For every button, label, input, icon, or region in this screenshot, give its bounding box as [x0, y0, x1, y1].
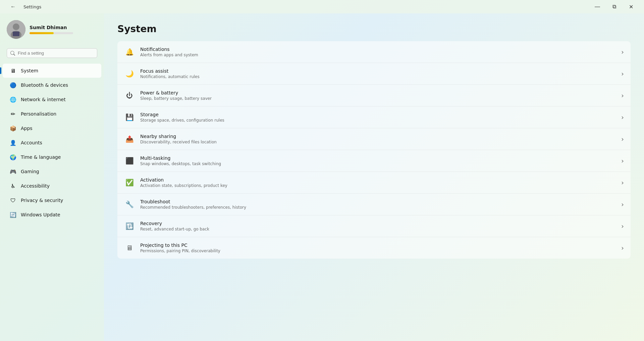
sidebar-item-time[interactable]: 🌍Time & language: [3, 150, 101, 164]
notifications-chevron: ›: [621, 48, 624, 56]
system-icon: 🖥: [9, 67, 17, 74]
sidebar-label-personalisation: Personalisation: [21, 111, 56, 117]
close-button[interactable]: ✕: [623, 1, 639, 12]
titlebar-title: Settings: [23, 4, 41, 9]
storage-icon: 💾: [124, 112, 135, 123]
multitasking-icon: ⬛: [124, 155, 135, 166]
gaming-icon: 🎮: [9, 168, 17, 175]
sidebar-item-update[interactable]: 🔄Windows Update: [3, 208, 101, 222]
sidebar-label-accessibility: Accessibility: [21, 183, 50, 189]
notifications-text: NotificationsAlerts from apps and system: [140, 47, 616, 57]
page-title: System: [117, 23, 631, 35]
sidebar-label-accounts: Accounts: [21, 140, 42, 145]
multitasking-text: Multi-taskingSnap windows, desktops, tas…: [140, 155, 616, 166]
setting-nearby-sharing[interactable]: 📤Nearby sharingDiscoverability, received…: [117, 128, 631, 150]
setting-power-battery[interactable]: ⏻Power & batterySleep, battery usage, ba…: [117, 85, 631, 107]
notifications-desc: Alerts from apps and system: [140, 53, 616, 57]
nearby-sharing-icon: 📤: [124, 134, 135, 144]
sidebar-item-bluetooth[interactable]: 🔵Bluetooth & devices: [3, 78, 101, 92]
sidebar-item-system[interactable]: 🖥System: [3, 64, 101, 78]
focus-assist-desc: Notifications, automatic rules: [140, 74, 616, 79]
setting-multitasking[interactable]: ⬛Multi-taskingSnap windows, desktops, ta…: [117, 150, 631, 172]
multitasking-chevron: ›: [621, 157, 624, 165]
setting-focus-assist[interactable]: 🌙Focus assistNotifications, automatic ru…: [117, 63, 631, 85]
avatar: [7, 20, 25, 39]
projecting-text: Projecting to this PCPermissions, pairin…: [140, 243, 616, 253]
svg-point-1: [13, 23, 19, 30]
sidebar-label-gaming: Gaming: [21, 169, 39, 174]
multitasking-title: Multi-tasking: [140, 155, 616, 161]
nearby-sharing-chevron: ›: [621, 135, 624, 143]
projecting-chevron: ›: [621, 244, 624, 252]
setting-recovery[interactable]: 🔃RecoveryReset, advanced start-up, go ba…: [117, 215, 631, 237]
accessibility-icon: ♿: [9, 182, 17, 190]
sidebar-label-bluetooth: Bluetooth & devices: [21, 82, 68, 88]
sidebar-item-gaming[interactable]: 🎮Gaming: [3, 164, 101, 179]
search-icon: [10, 51, 15, 56]
activation-chevron: ›: [621, 179, 624, 187]
sidebar: Sumit Dhiman 🖥System🔵Bluetooth & devices…: [0, 13, 104, 341]
setting-activation[interactable]: ✅ActivationActivation state, subscriptio…: [117, 172, 631, 194]
storage-text: StorageStorage space, drives, configurat…: [140, 112, 616, 123]
focus-assist-text: Focus assistNotifications, automatic rul…: [140, 68, 616, 79]
sidebar-label-privacy: Privacy & security: [21, 198, 63, 203]
troubleshoot-icon: 🔧: [124, 199, 135, 210]
activation-icon: ✅: [124, 177, 135, 188]
accounts-icon: 👤: [9, 139, 17, 146]
focus-assist-icon: 🌙: [124, 68, 135, 79]
power-battery-desc: Sleep, battery usage, battery saver: [140, 96, 616, 101]
focus-assist-chevron: ›: [621, 70, 624, 78]
power-battery-text: Power & batterySleep, battery usage, bat…: [140, 90, 616, 101]
back-button[interactable]: ←: [5, 1, 21, 12]
search-container: [0, 46, 104, 63]
troubleshoot-text: TroubleshootRecommended troubleshooters,…: [140, 199, 616, 210]
nearby-sharing-title: Nearby sharing: [140, 134, 616, 139]
sidebar-item-accounts[interactable]: 👤Accounts: [3, 136, 101, 150]
user-name: Sumit Dhiman: [30, 25, 97, 30]
nearby-sharing-text: Nearby sharingDiscoverability, received …: [140, 134, 616, 144]
setting-troubleshoot[interactable]: 🔧TroubleshootRecommended troubleshooters…: [117, 194, 631, 215]
sidebar-item-apps[interactable]: 📦Apps: [3, 121, 101, 135]
bluetooth-icon: 🔵: [9, 81, 17, 89]
projecting-desc: Permissions, pairing PIN, discoverabilit…: [140, 249, 616, 253]
recovery-desc: Reset, advanced start-up, go back: [140, 227, 616, 231]
update-icon: 🔄: [9, 211, 17, 218]
sidebar-item-personalisation[interactable]: ✏️Personalisation: [3, 107, 101, 121]
storage-title: Storage: [140, 112, 616, 117]
settings-list: 🔔NotificationsAlerts from apps and syste…: [117, 41, 631, 259]
titlebar: ← Settings — ⧉ ✕: [0, 0, 644, 13]
minimize-button[interactable]: —: [590, 1, 605, 12]
search-input[interactable]: [18, 51, 94, 56]
user-info: Sumit Dhiman: [30, 25, 97, 34]
main-content: System 🔔NotificationsAlerts from apps an…: [104, 13, 644, 341]
sidebar-nav: 🖥System🔵Bluetooth & devices🌐Network & in…: [0, 63, 104, 222]
restore-button[interactable]: ⧉: [606, 1, 622, 12]
multitasking-desc: Snap windows, desktops, task switching: [140, 161, 616, 166]
sidebar-label-network: Network & internet: [21, 97, 66, 102]
network-icon: 🌐: [9, 96, 17, 103]
user-progress-fill: [30, 32, 54, 34]
setting-projecting[interactable]: 🖥Projecting to this PCPermissions, pairi…: [117, 237, 631, 259]
sidebar-label-system: System: [21, 68, 38, 73]
window-controls: — ⧉ ✕: [590, 1, 639, 12]
sidebar-label-time: Time & language: [21, 154, 61, 160]
recovery-icon: 🔃: [124, 221, 135, 231]
apps-icon: 📦: [9, 125, 17, 132]
sidebar-item-privacy[interactable]: 🛡Privacy & security: [3, 193, 101, 207]
sidebar-item-accessibility[interactable]: ♿Accessibility: [3, 179, 101, 193]
sidebar-label-update: Windows Update: [21, 212, 60, 217]
app-container: Sumit Dhiman 🖥System🔵Bluetooth & devices…: [0, 13, 644, 341]
troubleshoot-chevron: ›: [621, 200, 624, 208]
notifications-title: Notifications: [140, 47, 616, 52]
notifications-icon: 🔔: [124, 47, 135, 57]
projecting-title: Projecting to this PC: [140, 243, 616, 248]
activation-text: ActivationActivation state, subscription…: [140, 177, 616, 188]
projecting-icon: 🖥: [124, 243, 135, 253]
sidebar-item-network[interactable]: 🌐Network & internet: [3, 92, 101, 107]
setting-notifications[interactable]: 🔔NotificationsAlerts from apps and syste…: [117, 41, 631, 63]
activation-desc: Activation state, subscriptions, product…: [140, 183, 616, 188]
setting-storage[interactable]: 💾StorageStorage space, drives, configura…: [117, 107, 631, 128]
troubleshoot-desc: Recommended troubleshooters, preferences…: [140, 205, 616, 210]
user-profile[interactable]: Sumit Dhiman: [0, 20, 104, 46]
time-icon: 🌍: [9, 153, 17, 161]
